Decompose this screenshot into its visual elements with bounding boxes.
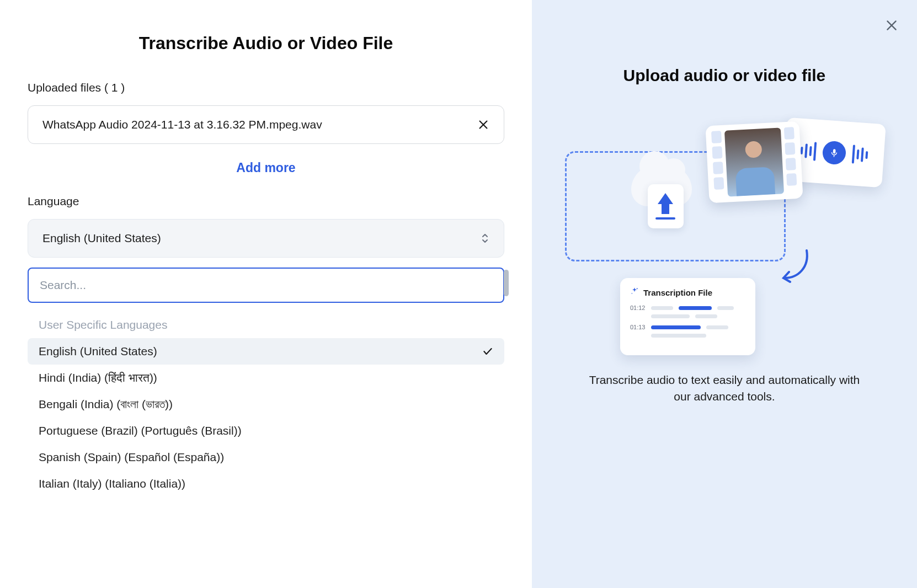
language-option-label: Bengali (India) (বাংলা (ভারত)) bbox=[39, 398, 173, 411]
svg-point-5 bbox=[637, 288, 638, 289]
svg-point-6 bbox=[631, 293, 632, 294]
check-icon bbox=[482, 346, 493, 357]
language-option[interactable]: Spanish (Spain) (Español (España)) bbox=[28, 444, 504, 471]
right-description: Transcribe audio to text easily and auto… bbox=[581, 372, 868, 405]
close-icon bbox=[477, 119, 489, 131]
language-option-label: Portuguese (Brazil) (Português (Brasil)) bbox=[39, 424, 242, 437]
remove-file-button[interactable] bbox=[477, 119, 489, 131]
language-dropdown: User Specific Languages English (United … bbox=[28, 268, 504, 497]
svg-rect-4 bbox=[834, 155, 835, 157]
language-option[interactable]: Italian (Italy) (Italiano (Italia)) bbox=[28, 471, 504, 497]
language-option[interactable]: Portuguese (Brazil) (Português (Brasil)) bbox=[28, 418, 504, 444]
upload-arrow-card bbox=[648, 184, 684, 228]
arrow-up-icon bbox=[658, 193, 673, 204]
transcription-card: Transcription File 01:12 01:13 bbox=[620, 278, 755, 355]
language-label: Language bbox=[28, 195, 504, 208]
right-title: Upload audio or video file bbox=[623, 66, 826, 85]
video-thumbnail bbox=[724, 127, 784, 196]
scrollbar-thumb[interactable] bbox=[504, 270, 509, 296]
left-panel: Transcribe Audio or Video File Uploaded … bbox=[0, 0, 532, 588]
right-panel: Upload audio or video file bbox=[532, 0, 917, 588]
add-more-button[interactable]: Add more bbox=[28, 161, 504, 175]
language-option-label: Italian (Italy) (Italiano (Italia)) bbox=[39, 477, 185, 490]
sparkle-icon bbox=[630, 287, 639, 298]
language-option[interactable]: Hindi (India) (हिंदी भारत)) bbox=[28, 365, 504, 391]
uploaded-files-label: Uploaded files ( 1 ) bbox=[28, 81, 504, 94]
options-list: English (United States)Hindi (India) (हि… bbox=[28, 338, 504, 497]
file-name: WhatsApp Audio 2024-11-13 at 3.16.32 PM.… bbox=[42, 118, 322, 131]
search-input[interactable] bbox=[28, 268, 504, 303]
video-card bbox=[705, 121, 803, 204]
language-option-label: Hindi (India) (हिंदी भारत)) bbox=[39, 371, 157, 384]
timestamp: 01:13 bbox=[630, 324, 646, 330]
language-option-label: English (United States) bbox=[39, 345, 157, 358]
page-title: Transcribe Audio or Video File bbox=[28, 33, 504, 54]
timestamp: 01:12 bbox=[630, 304, 646, 311]
upload-illustration: Transcription File 01:12 01:13 bbox=[554, 113, 895, 355]
dropdown-section-label: User Specific Languages bbox=[39, 318, 504, 332]
close-button[interactable] bbox=[882, 15, 902, 35]
close-icon bbox=[884, 18, 899, 33]
language-option[interactable]: Bengali (India) (বাংলা (ভারত)) bbox=[28, 391, 504, 418]
curve-arrow-icon bbox=[779, 248, 812, 286]
language-select[interactable]: English (United States) bbox=[28, 219, 504, 258]
mic-icon bbox=[822, 140, 847, 165]
file-chip: WhatsApp Audio 2024-11-13 at 3.16.32 PM.… bbox=[28, 105, 504, 144]
chevron-updown-icon bbox=[481, 233, 489, 244]
language-option[interactable]: English (United States) bbox=[28, 338, 504, 365]
trans-card-title: Transcription File bbox=[643, 288, 712, 297]
language-option-label: Spanish (Spain) (Español (España)) bbox=[39, 451, 224, 464]
language-selected-value: English (United States) bbox=[42, 232, 161, 245]
search-wrap bbox=[28, 268, 504, 303]
